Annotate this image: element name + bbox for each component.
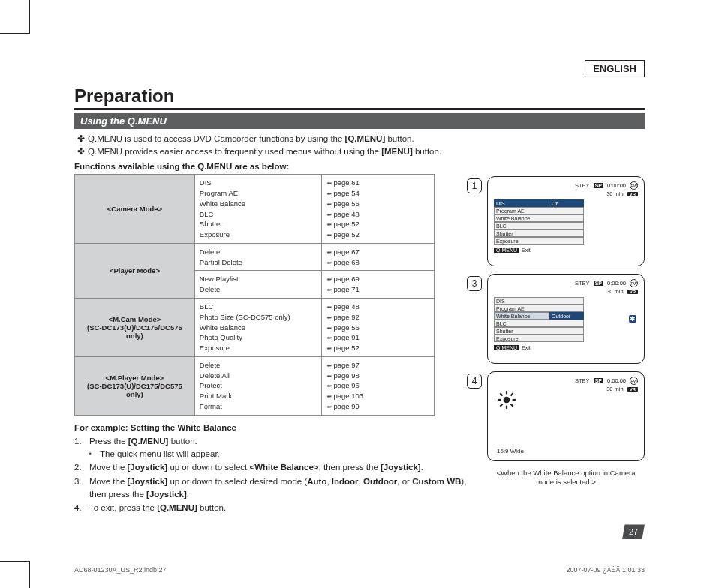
- section-heading: Using the Q.MENU: [74, 112, 645, 129]
- mode-cell: <M.Cam Mode> (SC-DC173(U)/DC175/DC575 on…: [75, 298, 195, 357]
- mode-cell: <Player Mode>: [75, 243, 195, 298]
- panel-number: 1: [467, 178, 482, 194]
- qmenu-list: DISOff Program AE White Balance BLC Shut…: [494, 200, 584, 244]
- functions-heading: Functions available using the Q.MENU are…: [74, 162, 645, 171]
- svg-line-5: [500, 393, 502, 395]
- screen-panels: 1 STBYSP0:00:00RW 30 minVR DISOff Progra…: [487, 176, 645, 488]
- panel-1: 1 STBYSP0:00:00RW 30 minVR DISOff Progra…: [487, 176, 645, 266]
- svg-point-0: [504, 397, 510, 404]
- functions-table: <Camera Mode> DISProgram AEWhite Balance…: [74, 174, 435, 415]
- panel-3: 3 STBYSP0:00:00RW 30 minVR DIS Program A…: [487, 274, 645, 364]
- svg-line-7: [500, 404, 502, 406]
- svg-line-8: [510, 393, 513, 395]
- sun-icon: ✱: [629, 315, 636, 322]
- panels-caption: <When the White Balance option in Camera…: [487, 469, 645, 488]
- print-footer: AD68-01230A_US_R2.indb 272007-07-09 ¿ÀÈÄ…: [74, 566, 645, 574]
- mode-cell: <M.Player Mode> (SC-DC173(U)/DC175/DC575…: [75, 356, 195, 415]
- page-number: 27: [622, 524, 645, 539]
- disc-icon: RW: [630, 182, 638, 190]
- items-cell: DISProgram AEWhite BalanceBLCShutterExpo…: [194, 175, 322, 244]
- outdoor-wb-icon: [497, 390, 516, 411]
- pages-cell: page 61page 54page 56page 48page 52page …: [322, 175, 435, 244]
- page-content: ENGLISH Preparation Using the Q.MENU ✤Q.…: [74, 60, 645, 514]
- panel-4: 4 STBYSP0:00:00RW 30 minVR 16:9 Wide: [487, 371, 645, 461]
- language-badge: ENGLISH: [585, 60, 645, 77]
- example-steps: For example: Setting the White Balance 1…: [74, 422, 472, 515]
- mode-cell: <Camera Mode>: [75, 175, 195, 244]
- page-title: Preparation: [74, 86, 645, 110]
- intro-bullets: ✤Q.MENU is used to access DVD Camcorder …: [74, 133, 645, 158]
- svg-line-6: [510, 404, 513, 406]
